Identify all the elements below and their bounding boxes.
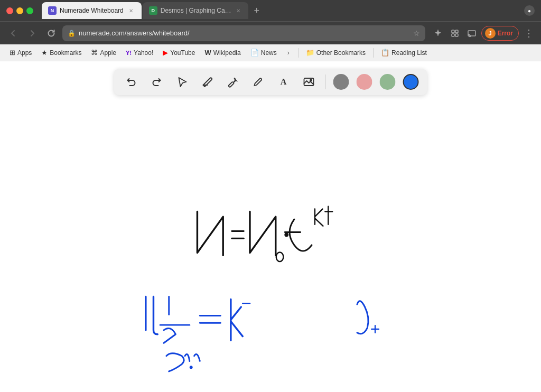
bookmark-star-icon[interactable]: ☆ bbox=[413, 29, 420, 38]
fullscreen-button[interactable] bbox=[26, 7, 33, 14]
profile-error-label: Error bbox=[498, 30, 513, 37]
whiteboard-canvas bbox=[0, 93, 541, 392]
news-icon: 📄 bbox=[250, 49, 259, 57]
cast-button[interactable] bbox=[464, 26, 479, 41]
whiteboard-area[interactable]: A bbox=[0, 61, 541, 392]
redo-button[interactable] bbox=[148, 73, 166, 91]
tab-favicon-desmos: D bbox=[149, 6, 157, 15]
close-button[interactable] bbox=[6, 7, 13, 14]
bookmark-reading-list-label: Reading List bbox=[391, 49, 427, 57]
undo-button[interactable] bbox=[123, 73, 141, 91]
profile-button[interactable]: J Error bbox=[481, 26, 519, 41]
titlebar: N Numerade Whiteboard ✕ D Desmos | Graph… bbox=[0, 0, 541, 21]
bookmark-yahoo-label: Yahoo! bbox=[134, 49, 153, 57]
apps-icon: ⊞ bbox=[10, 49, 15, 57]
select-tool-button[interactable] bbox=[173, 73, 191, 91]
eraser-button[interactable] bbox=[199, 73, 217, 91]
extensions-button[interactable] bbox=[447, 26, 462, 41]
reading-list-icon: 📋 bbox=[381, 49, 389, 57]
bookmark-other[interactable]: 📁 Other Bookmarks bbox=[302, 47, 370, 58]
bookmark-wikipedia-label: Wikipedia bbox=[213, 49, 241, 57]
tab-close-desmos[interactable]: ✕ bbox=[235, 6, 241, 15]
color-blue[interactable] bbox=[403, 74, 419, 90]
wrench-button[interactable] bbox=[224, 73, 242, 91]
bookmark-youtube-label: YouTube bbox=[170, 49, 195, 57]
svg-rect-3 bbox=[455, 34, 458, 36]
bookmark-bookmarks[interactable]: ★ Bookmarks bbox=[37, 47, 86, 58]
svg-point-9 bbox=[276, 253, 284, 262]
bookmark-apple[interactable]: ⌘ Apple bbox=[87, 47, 120, 58]
bookmark-apps[interactable]: ⊞ Apps bbox=[5, 47, 36, 58]
text-button[interactable]: A bbox=[275, 73, 293, 91]
more-options-button[interactable]: ⋮ bbox=[521, 26, 536, 41]
star-icon: ★ bbox=[41, 49, 48, 57]
lock-icon: 🔒 bbox=[68, 30, 76, 37]
bookmark-yahoo[interactable]: Y! Yahoo! bbox=[122, 48, 157, 58]
toolbar-separator bbox=[325, 74, 326, 89]
spark-button[interactable] bbox=[431, 26, 445, 41]
bookmark-apple-label: Apple bbox=[100, 49, 116, 57]
apple-icon: ⌘ bbox=[91, 49, 98, 57]
bookmark-news[interactable]: 📄 News bbox=[246, 47, 281, 58]
color-gray[interactable] bbox=[333, 74, 349, 90]
color-green[interactable] bbox=[380, 74, 396, 90]
svg-rect-0 bbox=[452, 30, 454, 33]
svg-rect-4 bbox=[468, 31, 475, 36]
bookmark-wikipedia[interactable]: W Wikipedia bbox=[200, 47, 245, 58]
whiteboard-toolbar: A bbox=[114, 69, 427, 95]
text-tool-icon: A bbox=[281, 77, 287, 87]
svg-point-6 bbox=[310, 80, 312, 81]
bookmark-bookmarks-label: Bookmarks bbox=[50, 49, 81, 57]
reload-button[interactable] bbox=[43, 25, 59, 41]
bookmarks-divider2 bbox=[373, 48, 374, 58]
tab-title-desmos: Desmos | Graphing Calculat... bbox=[161, 7, 232, 14]
yahoo-icon: Y! bbox=[126, 50, 132, 56]
bookmarks-bar: ⊞ Apps ★ Bookmarks ⌘ Apple Y! Yahoo! ▶ Y… bbox=[0, 44, 541, 61]
wikipedia-icon: W bbox=[204, 49, 211, 57]
address-bar[interactable]: 🔒 numerade.com/answers/whiteboard/ ☆ bbox=[62, 25, 425, 41]
url-text: numerade.com/answers/whiteboard/ bbox=[79, 29, 410, 37]
tab-desmos[interactable]: D Desmos | Graphing Calculat... ✕ bbox=[143, 2, 248, 19]
svg-rect-2 bbox=[452, 34, 454, 36]
minimize-button[interactable] bbox=[16, 7, 23, 14]
tab-title-numerade: Numerade Whiteboard bbox=[60, 7, 124, 14]
new-tab-button[interactable]: + bbox=[249, 3, 264, 18]
tab-numerade[interactable]: N Numerade Whiteboard ✕ bbox=[42, 2, 142, 19]
bookmark-news-label: News bbox=[261, 49, 277, 57]
avatar: J bbox=[485, 28, 496, 39]
tab-favicon-numerade: N bbox=[48, 6, 57, 15]
traffic-lights bbox=[6, 7, 33, 14]
folder-icon: 📁 bbox=[306, 49, 314, 57]
tabs-bar: N Numerade Whiteboard ✕ D Desmos | Graph… bbox=[42, 2, 520, 19]
bookmark-reading-list[interactable]: 📋 Reading List bbox=[377, 47, 431, 58]
more-icon: ⋮ bbox=[524, 27, 533, 39]
forward-button[interactable] bbox=[24, 25, 40, 41]
svg-point-10 bbox=[284, 232, 288, 237]
image-button[interactable] bbox=[300, 73, 318, 91]
bookmark-other-label: Other Bookmarks bbox=[316, 49, 366, 57]
color-pink[interactable] bbox=[357, 74, 372, 90]
bookmarks-divider bbox=[298, 48, 299, 58]
nav-actions: J Error ⋮ bbox=[431, 26, 536, 41]
svg-point-18 bbox=[190, 366, 193, 369]
history-dot[interactable]: ● bbox=[524, 5, 535, 16]
bookmark-apps-label: Apps bbox=[17, 49, 32, 57]
bookmarks-more-button[interactable]: › bbox=[282, 46, 295, 59]
back-button[interactable] bbox=[5, 25, 21, 41]
window-controls: ● bbox=[524, 5, 535, 16]
svg-rect-1 bbox=[455, 30, 458, 33]
bookmark-youtube[interactable]: ▶ YouTube bbox=[158, 47, 199, 58]
pen-button[interactable] bbox=[249, 73, 267, 91]
tab-close-numerade[interactable]: ✕ bbox=[127, 6, 135, 15]
youtube-icon: ▶ bbox=[163, 49, 168, 57]
navbar: 🔒 numerade.com/answers/whiteboard/ ☆ J E… bbox=[0, 21, 541, 44]
